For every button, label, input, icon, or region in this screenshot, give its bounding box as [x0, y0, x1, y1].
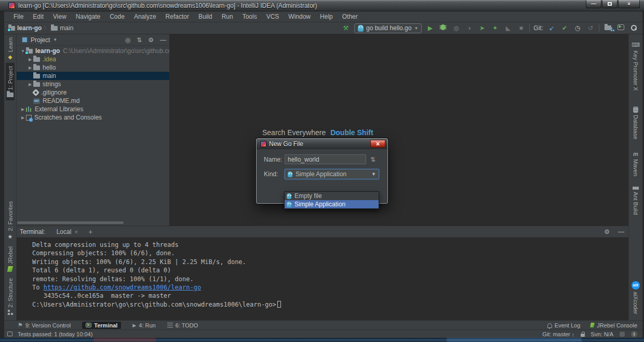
new-terminal-tab-button[interactable]: ＋ — [87, 227, 94, 236]
lock-icon[interactable] — [581, 334, 585, 337]
jrebel-console-button[interactable]: JRebel Console — [591, 322, 637, 328]
minimize-terminal-icon[interactable]: — — [618, 228, 624, 235]
panel-settings-gear-icon[interactable]: ⚙ — [148, 36, 154, 44]
terminal-tab-local[interactable]: Local × — [52, 227, 82, 236]
stripe-key-promoter[interactable]: ⌨ Key Promoter X — [630, 38, 641, 94]
minimize-button[interactable]: — — [586, 0, 601, 8]
stripe-structure[interactable]: 2: Structure — [6, 275, 15, 320]
stripe-learn[interactable]: Learn ◆ — [6, 34, 15, 63]
tree-row-readme[interactable]: MD README.md — [17, 97, 169, 105]
menu-analyze[interactable]: Analyze — [130, 12, 160, 21]
horizontal-scrollbar[interactable] — [17, 221, 124, 224]
project-panel: Project ▼ ◎ ⇅ ⚙ — — [17, 34, 170, 226]
option-empty-file[interactable]: Empty file — [285, 192, 379, 200]
stripe-maven[interactable]: m Maven — [632, 148, 640, 179]
menu-file[interactable]: File — [9, 12, 28, 21]
project-tree: ▼ learn-go C:\Users\Administrator\go\src… — [17, 46, 169, 226]
hide-panel-icon[interactable]: — — [160, 36, 166, 44]
rerun-jrebel-button[interactable]: ➤ — [477, 24, 487, 32]
kind-dropdown-popup: Empty file Simple Application — [284, 191, 379, 209]
event-log-button[interactable]: Event Log — [547, 322, 581, 328]
kind-combobox[interactable]: Simple Application ▼ — [285, 169, 379, 179]
chevron-right-icon[interactable]: ▶ — [27, 57, 33, 62]
tree-row-learn-go[interactable]: ▼ learn-go C:\Users\Administrator\go\src… — [17, 47, 169, 55]
stripe-project[interactable]: 1: Project — [6, 63, 15, 100]
tree-row-gitignore[interactable]: .gitignore — [17, 88, 169, 97]
maximize-button[interactable] — [602, 0, 618, 8]
debug-jrebel-button[interactable]: ✦ — [490, 24, 500, 32]
dialog-close-button[interactable]: × — [370, 140, 385, 148]
project-structure-icon[interactable] — [603, 24, 612, 32]
locate-file-icon[interactable]: ◎ — [125, 36, 130, 44]
tree-row-idea[interactable]: ▶ .idea — [17, 55, 169, 63]
history-arrows-icon[interactable]: ⇅ — [370, 156, 375, 163]
windows-taskbar-sliver — [0, 338, 644, 342]
update-project-icon[interactable]: ↙ — [547, 24, 556, 32]
stripe-aixcoder[interactable]: aiX aiXcoder — [630, 278, 641, 320]
menu-vcs[interactable]: VCS — [262, 12, 284, 21]
close-tab-icon[interactable]: × — [74, 229, 77, 235]
run-button[interactable]: ▶ — [425, 24, 435, 32]
close-button[interactable]: × — [618, 0, 640, 8]
search-everywhere-button[interactable] — [629, 24, 638, 32]
dialog-titlebar[interactable]: New Go File × — [257, 139, 387, 149]
menu-build[interactable]: Build — [194, 12, 217, 21]
toolwindow-todo[interactable]: 6: TODO — [167, 322, 198, 328]
window-titlebar: learn-go [C:\Users\Administrator\go\src\… — [0, 0, 644, 11]
event-indicator-icon[interactable]: ! — [631, 331, 637, 337]
chevron-right-icon[interactable]: ▶ — [20, 107, 26, 112]
run-configuration-select[interactable]: go build hello.go ▼ — [354, 23, 422, 33]
right-tool-stripe: ⌨ Key Promoter X Database m Maven Ant Bu… — [628, 34, 642, 320]
stripe-database[interactable]: Database — [632, 103, 640, 142]
toolwindow-run[interactable]: ▶ 4: Run — [132, 322, 155, 328]
terminal-settings-gear-icon[interactable]: ⚙ — [604, 228, 610, 235]
bug-icon — [440, 24, 446, 30]
chevron-right-icon[interactable]: ▶ — [27, 65, 33, 70]
menu-other[interactable]: Other — [338, 12, 362, 21]
git-branch-widget[interactable]: Git: master ↕ — [542, 331, 574, 337]
stripe-ant-build[interactable]: Ant Build — [632, 183, 640, 218]
project-root-folder-icon — [26, 49, 33, 54]
option-simple-application[interactable]: Simple Application — [285, 200, 379, 208]
menu-help[interactable]: Help — [316, 12, 337, 21]
menu-refactor[interactable]: Refactor — [162, 12, 193, 21]
menu-navigate[interactable]: Navigate — [72, 12, 104, 21]
profiler-button: ◑ — [464, 24, 474, 32]
github-repo-link[interactable]: https://github.com/snowdreams1006/learn-… — [44, 284, 201, 291]
terminal-label: Terminal: — [20, 228, 45, 235]
build-hammer-icon[interactable]: ⚒ — [341, 24, 351, 32]
stripe-jrebel[interactable]: JRebel — [6, 243, 15, 275]
chevron-right-icon[interactable]: ▶ — [27, 82, 33, 87]
breadcrumb-main[interactable]: main — [51, 24, 73, 32]
terminal-output[interactable]: Delta compression using up to 4 threads … — [17, 238, 628, 320]
run-anything-icon[interactable] — [616, 24, 625, 32]
menu-edit[interactable]: Edit — [29, 12, 48, 21]
toolbar-divider — [529, 24, 530, 32]
toolwindow-terminal[interactable]: Terminal — [82, 322, 121, 329]
breadcrumb-project[interactable]: learn-go — [8, 24, 42, 32]
tree-row-external-libraries[interactable]: ▶ External Libraries — [17, 105, 169, 113]
menu-view[interactable]: View — [49, 12, 71, 21]
project-panel-header: Project ▼ ◎ ⇅ ⚙ — — [17, 34, 169, 46]
play-icon: ▶ — [132, 323, 136, 328]
menu-run[interactable]: Run — [218, 12, 237, 21]
screen-run-icon — [618, 24, 624, 30]
tree-row-hello[interactable]: ▶ hello — [17, 63, 169, 72]
menu-tools[interactable]: Tools — [238, 12, 261, 21]
toolwindow-toggle-icon[interactable] — [7, 332, 12, 336]
tree-row-strings[interactable]: ▶ strings — [17, 80, 169, 88]
project-view-selector[interactable]: Project ▼ — [22, 36, 57, 44]
collapse-all-icon[interactable]: ⇅ — [137, 36, 142, 44]
tree-row-scratches[interactable]: ▶ Scratches and Consoles — [17, 113, 169, 122]
stripe-favorites[interactable]: 2: Favorites ★ — [6, 198, 15, 243]
chevron-right-icon[interactable]: ▶ — [20, 115, 26, 120]
debug-button[interactable] — [438, 24, 448, 32]
tree-row-main[interactable]: main — [17, 72, 169, 80]
commit-icon[interactable]: ✔ — [560, 24, 569, 32]
history-clock-icon[interactable]: ◷ — [573, 24, 582, 32]
name-input[interactable] — [285, 154, 366, 164]
svn-widget[interactable]: Svn: N/A — [591, 331, 613, 337]
menu-code[interactable]: Code — [105, 12, 129, 21]
toolwindow-version-control[interactable]: ⚑ 9: Version Control — [18, 322, 71, 328]
menu-window[interactable]: Window — [284, 12, 315, 21]
